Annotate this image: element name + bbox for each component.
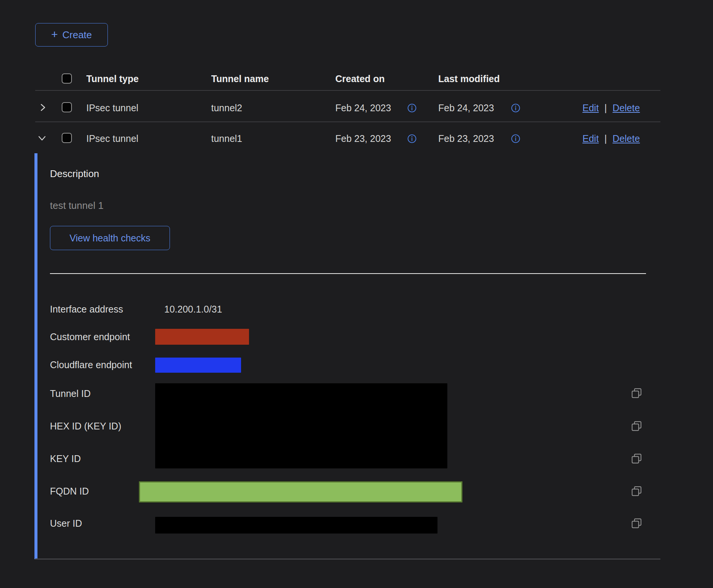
edit-link[interactable]: Edit — [582, 103, 599, 114]
ipsec-tunnels-page: + Create Tunnel type Tunnel name Created… — [0, 0, 713, 588]
select-all-checkbox[interactable] — [62, 73, 72, 84]
copy-tunnel-id-icon[interactable] — [630, 387, 643, 399]
chevron-right-icon[interactable] — [38, 103, 48, 112]
tunnel-id-label: Tunnel ID — [50, 388, 90, 399]
column-header-tunnel-type: Tunnel type — [86, 73, 139, 84]
row-checkbox[interactable] — [62, 102, 72, 112]
plus-icon: + — [51, 29, 58, 40]
fqdn-id-redacted-value — [139, 481, 462, 502]
view-health-checks-button[interactable]: View health checks — [50, 226, 170, 250]
last-modified-cell: Feb 24, 2023 — [438, 103, 494, 114]
column-header-tunnel-name: Tunnel name — [211, 73, 269, 84]
interface-address-label: Interface address — [50, 304, 123, 315]
tunnel-name-cell: tunnel1 — [211, 133, 242, 144]
created-on-cell: Feb 23, 2023 — [335, 133, 391, 144]
cloudflare-endpoint-redacted-value — [155, 358, 241, 373]
table-bottom-divider — [35, 558, 660, 560]
tunnel-hex-key-id-redacted-value — [155, 383, 447, 468]
section-divider — [50, 273, 646, 274]
expanded-row-indicator-bar — [34, 153, 37, 559]
delete-link[interactable]: Delete — [613, 103, 640, 114]
info-circle-icon[interactable] — [407, 103, 417, 113]
info-circle-icon[interactable] — [511, 103, 520, 113]
user-id-label: User ID — [50, 518, 82, 529]
customer-endpoint-label: Customer endpoint — [50, 331, 130, 342]
copy-fqdn-id-icon[interactable] — [630, 485, 643, 497]
chevron-down-icon[interactable] — [37, 133, 47, 143]
description-value: test tunnel 1 — [50, 200, 104, 212]
header-divider — [35, 90, 660, 91]
info-circle-icon[interactable] — [511, 134, 520, 143]
tunnel-type-cell: IPsec tunnel — [86, 103, 139, 114]
actions-separator: | — [604, 103, 607, 114]
create-button-label: Create — [62, 29, 92, 41]
info-circle-icon[interactable] — [407, 134, 417, 143]
copy-hex-id-icon[interactable] — [630, 420, 643, 432]
created-on-cell: Feb 24, 2023 — [335, 103, 391, 114]
tunnel-name-cell: tunnel2 — [211, 103, 242, 114]
column-header-last-modified: Last modified — [438, 73, 500, 84]
copy-key-id-icon[interactable] — [630, 453, 643, 465]
column-header-created-on: Created on — [335, 73, 385, 84]
interface-address-value: 10.200.1.0/31 — [164, 304, 222, 315]
create-button[interactable]: + Create — [35, 23, 108, 47]
user-id-redacted-value — [155, 517, 437, 534]
copy-user-id-icon[interactable] — [630, 517, 643, 529]
fqdn-id-label: FQDN ID — [50, 486, 89, 497]
customer-endpoint-redacted-value — [155, 329, 249, 345]
cloudflare-endpoint-label: Cloudflare endpoint — [50, 359, 132, 370]
row-actions: Edit | Delete — [582, 103, 640, 114]
key-id-label: KEY ID — [50, 453, 81, 464]
row-actions: Edit | Delete — [582, 133, 640, 144]
tunnel-type-cell: IPsec tunnel — [86, 133, 139, 144]
row-divider — [35, 121, 660, 122]
view-health-checks-label: View health checks — [70, 233, 151, 244]
row-checkbox[interactable] — [62, 133, 72, 143]
hex-id-label: HEX ID (KEY ID) — [50, 421, 121, 432]
edit-link[interactable]: Edit — [582, 133, 599, 144]
actions-separator: | — [604, 133, 607, 144]
description-label: Description — [50, 168, 99, 180]
last-modified-cell: Feb 23, 2023 — [438, 133, 494, 144]
delete-link[interactable]: Delete — [613, 133, 640, 144]
